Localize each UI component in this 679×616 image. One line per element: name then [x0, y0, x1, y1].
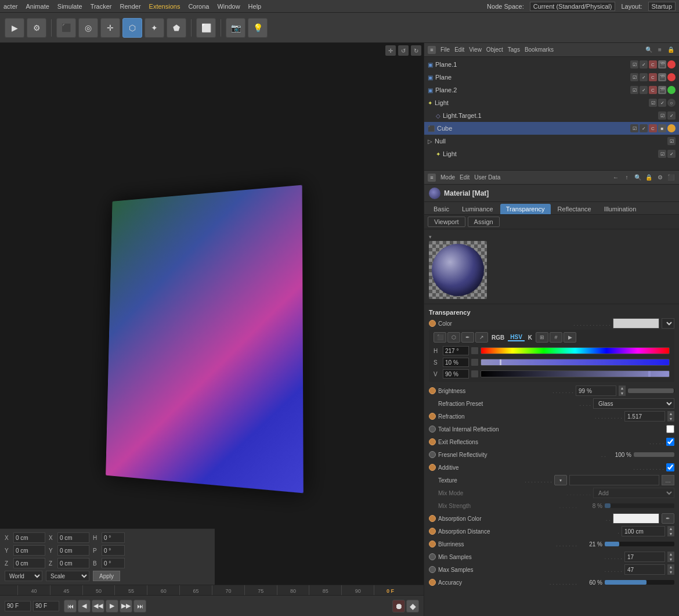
h-input[interactable]: [102, 532, 125, 543]
min-samples-up[interactable]: ▲: [667, 552, 674, 557]
frame-end-input[interactable]: [33, 601, 59, 611]
mat-search-icon[interactable]: 🔍: [633, 173, 642, 182]
coord-system-dropdown[interactable]: World Local: [5, 571, 42, 581]
obj-row-light[interactable]: ✦ Light ☑ ✓ ○: [424, 96, 679, 109]
max-samples-input[interactable]: [624, 564, 665, 575]
value-stepper[interactable]: [471, 370, 478, 377]
y2-input[interactable]: [57, 545, 89, 556]
absorption-distance-up[interactable]: ▲: [667, 526, 674, 531]
obj-row-plane1[interactable]: ▣ Plane.1 ☑ ✓ C 🎬: [424, 58, 679, 71]
cp-k-label[interactable]: K: [526, 334, 534, 341]
light-tag-vis[interactable]: ☑: [649, 99, 657, 107]
cube-btn[interactable]: ⬛: [56, 18, 76, 38]
mat-subtab-assign[interactable]: Assign: [468, 217, 500, 227]
plane2-tag-c[interactable]: C: [649, 86, 657, 94]
goto-end-btn[interactable]: ⏭: [133, 600, 146, 613]
knife-btn[interactable]: ⬜: [196, 18, 216, 38]
min-samples-dot[interactable]: [429, 553, 436, 560]
light-tag-check[interactable]: ✓: [658, 99, 666, 107]
brightness-down[interactable]: ▼: [619, 391, 626, 396]
cp-copy-icon[interactable]: ⬛: [434, 332, 446, 343]
lock-icon[interactable]: 🔒: [666, 45, 676, 55]
frame-start-input[interactable]: [5, 601, 31, 611]
accuracy-slider[interactable]: [605, 580, 674, 585]
texture-browse-btn[interactable]: …: [662, 475, 674, 485]
plane-tag-check[interactable]: ✓: [640, 73, 648, 81]
lighttarget-tag-check[interactable]: ✓: [667, 111, 676, 120]
obj-file-menu[interactable]: File: [440, 46, 450, 53]
cp-picker-icon[interactable]: ↗: [475, 332, 488, 343]
move-btn[interactable]: ✛: [100, 18, 120, 38]
obj-object-menu[interactable]: Object: [486, 46, 503, 53]
z-input[interactable]: [13, 558, 45, 568]
brightness-slider[interactable]: [628, 388, 674, 393]
menu-window[interactable]: Window: [217, 3, 240, 10]
color-dot[interactable]: [429, 320, 436, 327]
saturation-stepper[interactable]: [471, 359, 478, 366]
obj-edit-menu[interactable]: Edit: [454, 46, 464, 53]
obj-tags-menu[interactable]: Tags: [508, 46, 520, 53]
light-btn[interactable]: 💡: [248, 18, 268, 38]
cp-grid-icon[interactable]: ⊞: [536, 332, 548, 343]
light2-tag-vis[interactable]: ☑: [658, 150, 666, 158]
cp-hsv-label[interactable]: HSV: [508, 334, 525, 341]
obj-view-menu[interactable]: View: [469, 46, 482, 53]
absorption-distance-down[interactable]: ▼: [667, 531, 674, 536]
max-samples-stepper[interactable]: ▲ ▼: [667, 564, 674, 575]
menu-tracker[interactable]: Tracker: [91, 3, 112, 10]
plane2-tag-check[interactable]: ✓: [640, 86, 648, 94]
mix-mode-dropdown[interactable]: Add Multiply: [593, 488, 674, 498]
obj-row-light2[interactable]: ✦ Light ☑ ✓: [424, 147, 679, 160]
refraction-dot[interactable]: [429, 413, 436, 420]
refraction-down[interactable]: ▼: [667, 416, 674, 422]
obj-row-plane2[interactable]: ▣ Plane.2 ☑ ✓ C 🎬: [424, 84, 679, 96]
apply-button[interactable]: Apply: [93, 571, 120, 581]
plane1-tag-c[interactable]: C: [649, 60, 657, 69]
saturation-gradient[interactable]: [481, 359, 670, 366]
x2-input[interactable]: [57, 532, 89, 543]
min-samples-down[interactable]: ▼: [667, 557, 674, 562]
accuracy-dot[interactable]: [429, 579, 436, 586]
menu-extensions[interactable]: Extensions: [149, 3, 180, 10]
saturation-input[interactable]: [443, 358, 469, 367]
cp-eyedropper-icon[interactable]: ✒: [461, 332, 474, 343]
x-input[interactable]: [13, 532, 45, 543]
play-back-btn[interactable]: ◀◀: [92, 600, 104, 613]
cp-rgb-label[interactable]: RGB: [489, 334, 507, 341]
node-space-value[interactable]: Current (Standard/Physical): [530, 2, 616, 11]
mat-mode-menu[interactable]: Mode: [440, 174, 455, 181]
value-input[interactable]: [443, 369, 469, 379]
brightness-field-input[interactable]: [576, 386, 616, 396]
additive-dot[interactable]: [429, 464, 436, 471]
cp-expand-icon[interactable]: ▶: [564, 332, 576, 343]
menu-animate[interactable]: Animate: [26, 3, 49, 10]
refraction-input[interactable]: [624, 411, 665, 422]
lighttarget-tag-vis[interactable]: ☑: [658, 111, 666, 120]
obj-row-null[interactable]: ▷ Null ☑: [424, 135, 679, 147]
mat-menu-icon[interactable]: ≡: [428, 174, 436, 182]
additive-checkbox[interactable]: [666, 463, 674, 471]
transform-type-dropdown[interactable]: Scale Move Rotate: [46, 571, 89, 581]
max-samples-down[interactable]: ▼: [667, 570, 674, 575]
blurriness-dot[interactable]: [429, 541, 436, 547]
null-tag-vis[interactable]: ☑: [667, 137, 676, 145]
light2-tag-check[interactable]: ✓: [667, 150, 676, 158]
tir-dot[interactable]: [429, 426, 436, 433]
tir-checkbox[interactable]: [666, 425, 674, 433]
mat-tab-basic[interactable]: Basic: [428, 204, 455, 214]
refraction-preset-dropdown[interactable]: Glass Water Diamond: [593, 398, 674, 409]
obj-row-plane[interactable]: ▣ Plane ☑ ✓ C 🎬: [424, 71, 679, 84]
obj-row-lighttarget[interactable]: ◇ Light.Target.1 ☑ ✓: [424, 109, 679, 122]
cube-tag-vis[interactable]: ☑: [630, 124, 638, 132]
menu-help[interactable]: Help: [248, 3, 262, 10]
plane1-tag-clapperboard[interactable]: 🎬: [658, 60, 666, 69]
hue-gradient[interactable]: [481, 347, 670, 354]
hue-input[interactable]: [443, 346, 469, 355]
prev-frame-btn[interactable]: ◀: [78, 600, 91, 613]
keyframe-btn[interactable]: ◆: [406, 600, 419, 613]
play-btn[interactable]: ▶: [5, 18, 24, 38]
max-samples-dot[interactable]: [429, 566, 436, 573]
fresnel-dot[interactable]: [429, 451, 436, 458]
texture-input[interactable]: [569, 475, 659, 485]
b-input[interactable]: [102, 558, 125, 568]
